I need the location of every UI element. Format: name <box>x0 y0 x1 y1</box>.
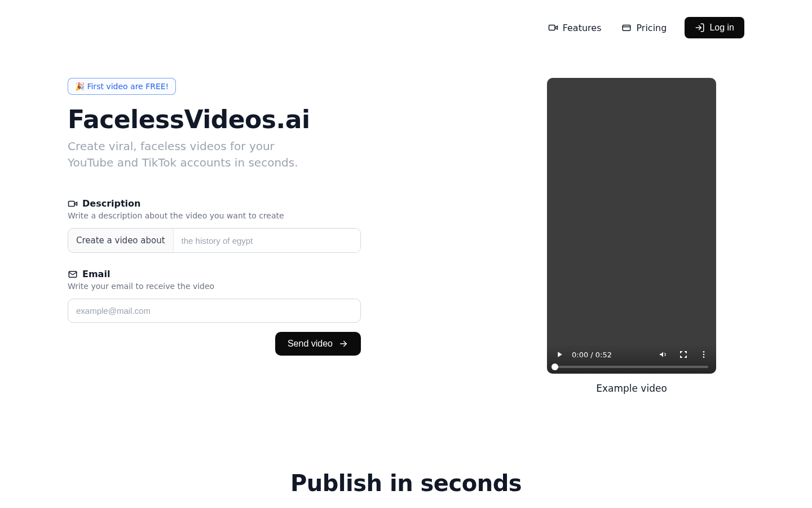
video-progress-thumb[interactable] <box>551 364 558 370</box>
login-icon <box>695 23 705 33</box>
video-progress[interactable] <box>555 366 708 368</box>
description-label: Description <box>82 198 140 209</box>
publish-headline: Publish in seconds <box>68 470 744 496</box>
hero: 🎉 First video are FREE! FacelessVideos.a… <box>68 78 744 394</box>
svg-rect-1 <box>623 25 631 31</box>
play-icon[interactable] <box>555 350 564 359</box>
svg-rect-0 <box>549 25 555 30</box>
video-caption: Example video <box>596 383 667 394</box>
description-prefix: Create a video about <box>68 229 174 252</box>
description-field: Description Write a description about th… <box>68 198 361 253</box>
send-video-button[interactable]: Send video <box>275 332 361 356</box>
volume-icon[interactable] <box>659 350 668 359</box>
wallet-icon <box>621 23 632 33</box>
description-input[interactable] <box>174 229 360 252</box>
description-input-wrap: Create a video about <box>68 228 361 253</box>
promo-text: 🎉 First video are FREE! <box>75 82 169 91</box>
description-help: Write a description about the video you … <box>68 211 361 220</box>
publish-section: Publish in seconds <box>68 470 744 496</box>
nav-pricing-label: Pricing <box>636 23 667 33</box>
email-help: Write your email to receive the video <box>68 282 361 291</box>
promo-pill: 🎉 First video are FREE! <box>68 78 176 95</box>
top-nav: Features Pricing Log in <box>68 0 744 44</box>
nav-pricing[interactable]: Pricing <box>619 19 669 37</box>
description-label-row: Description <box>68 198 361 209</box>
brand-title: FacelessVideos.ai <box>68 105 361 134</box>
email-field: Email Write your email to receive the vi… <box>68 269 361 356</box>
nav-features-label: Features <box>563 23 602 33</box>
svg-point-6 <box>703 356 705 358</box>
mail-icon <box>68 269 78 279</box>
email-input[interactable] <box>68 299 361 323</box>
svg-point-4 <box>703 351 705 353</box>
send-video-label: Send video <box>288 339 333 349</box>
arrow-right-icon <box>338 339 348 349</box>
svg-point-5 <box>703 354 705 356</box>
video-time: 0:00 / 0:52 <box>572 351 612 359</box>
email-label-row: Email <box>68 269 361 279</box>
video-icon <box>68 199 78 209</box>
nav-features[interactable]: Features <box>546 19 604 37</box>
login-label: Log in <box>709 23 734 33</box>
video-icon <box>548 23 558 33</box>
fullscreen-icon[interactable] <box>679 350 688 359</box>
video-controls: 0:00 / 0:52 <box>547 344 716 374</box>
example-video[interactable]: 0:00 / 0:52 <box>547 78 716 374</box>
svg-rect-2 <box>69 201 75 206</box>
login-button[interactable]: Log in <box>685 17 744 38</box>
hero-subtitle: Create viral, faceless videos for your Y… <box>68 138 316 171</box>
example-video-column: 0:00 / 0:52 <box>519 78 744 394</box>
more-icon[interactable] <box>699 350 708 359</box>
email-label: Email <box>82 269 110 279</box>
hero-left: 🎉 First video are FREE! FacelessVideos.a… <box>68 78 361 356</box>
